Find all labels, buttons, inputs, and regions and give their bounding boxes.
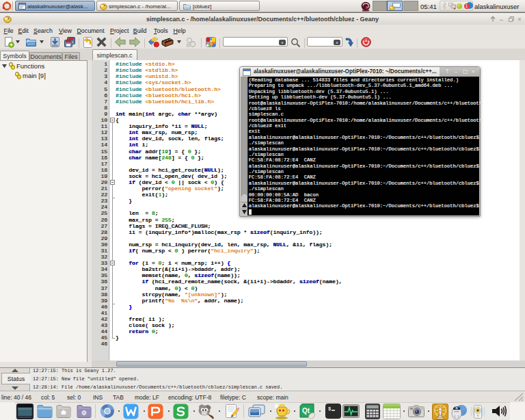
svg-text:Qt: Qt	[302, 407, 310, 415]
svg-text:$: $	[328, 406, 331, 412]
